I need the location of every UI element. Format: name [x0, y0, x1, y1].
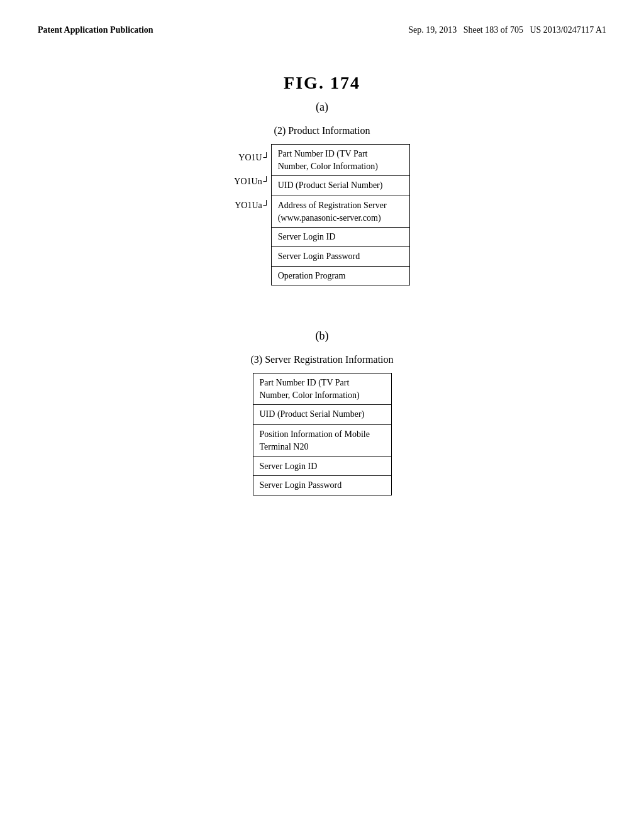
table-cell-3: Address of Registration Server(www.panas…: [271, 196, 409, 228]
diagram-a: YO1U ┘ YO1Un ┘ YO1Ua ┘ Part Numbe: [234, 144, 409, 285]
table-b-cell-5: Server Login Password: [253, 476, 391, 495]
sheet-info: Sheet 183 of 705: [464, 25, 523, 35]
figure-title: FIG. 174: [284, 73, 360, 93]
table-b: Part Number ID (TV PartNumber, Color Inf…: [253, 373, 392, 495]
diagram-b: Part Number ID (TV PartNumber, Color Inf…: [253, 373, 392, 495]
section-a-label: (a): [316, 101, 328, 114]
table-row: Server Login Password: [253, 476, 391, 495]
table-row: Operation Program: [271, 266, 409, 285]
label-yo1u: YO1U ┘: [234, 144, 269, 172]
table-a: Part Number ID (TV PartNumber, Color Inf…: [271, 144, 410, 285]
section-b-label: (b): [316, 329, 329, 343]
table-row: UID (Product Serial Number): [253, 405, 391, 425]
table-row: Part Number ID (TV PartNumber, Color Inf…: [253, 374, 391, 405]
table-b-cell-3: Position Information of MobileTerminal N…: [253, 425, 391, 456]
page: Patent Application Publication Sep. 19, …: [0, 0, 644, 830]
table-cell-1: Part Number ID (TV PartNumber, Color Inf…: [271, 145, 409, 176]
publication-label: Patent Application Publication: [38, 25, 153, 35]
patent-number: US 2013/0247117 A1: [530, 25, 606, 35]
labels-block-a: YO1U ┘ YO1Un ┘ YO1Ua ┘: [234, 144, 269, 219]
table-b-cell-4: Server Login ID: [253, 456, 391, 476]
figure-section-a: FIG. 174 (a) (2) Product Information YO1…: [38, 73, 606, 292]
label-yo1un: YO1Un ┘: [234, 172, 269, 192]
table-row: Server Login ID: [253, 456, 391, 476]
table-row: Address of Registration Server(www.panas…: [271, 196, 409, 228]
table-row: UID (Product Serial Number): [271, 176, 409, 196]
figure-section-b: (b) (3) Server Registration Information …: [38, 329, 606, 502]
table-row: Server Login ID: [271, 228, 409, 247]
table-cell-4: Server Login ID: [271, 228, 409, 247]
table-cell-5: Server Login Password: [271, 246, 409, 266]
table-row: Server Login Password: [271, 246, 409, 266]
table-b-cell-2: UID (Product Serial Number): [253, 405, 391, 425]
publication-date: Sep. 19, 2013: [408, 25, 457, 35]
table-b-cell-1: Part Number ID (TV PartNumber, Color Inf…: [253, 374, 391, 405]
page-header: Patent Application Publication Sep. 19, …: [38, 25, 606, 35]
table-row: Part Number ID (TV PartNumber, Color Inf…: [271, 145, 409, 176]
section-b-heading: (3) Server Registration Information: [250, 354, 393, 365]
table-row: Position Information of MobileTerminal N…: [253, 425, 391, 456]
label-yo1ua: YO1Ua ┘: [234, 192, 269, 219]
section-a-heading: (2) Product Information: [274, 125, 370, 136]
table-cell-2: UID (Product Serial Number): [271, 176, 409, 196]
header-info: Sep. 19, 2013 Sheet 183 of 705 US 2013/0…: [408, 25, 606, 35]
table-cell-6: Operation Program: [271, 266, 409, 285]
